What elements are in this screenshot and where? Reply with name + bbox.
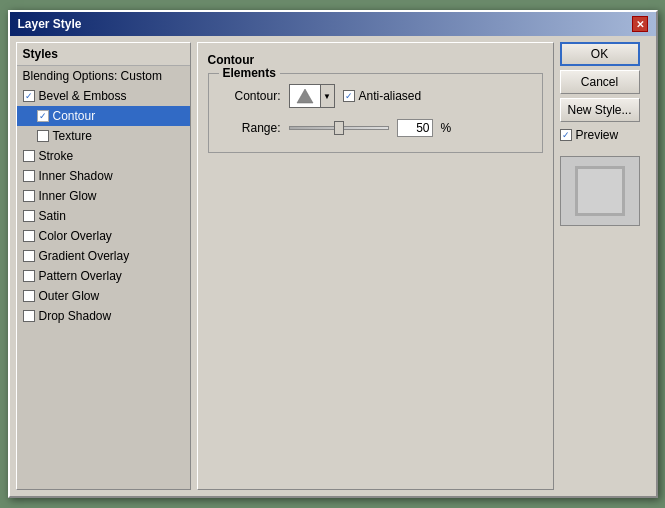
blending-options-label: Blending Options: Custom (23, 69, 162, 83)
preview-label: Preview (576, 128, 619, 142)
range-label: Range: (221, 121, 281, 135)
svg-marker-0 (297, 89, 313, 103)
preview-box (560, 156, 640, 226)
pattern-overlay-label: Pattern Overlay (39, 269, 122, 283)
sidebar-item-contour[interactable]: Contour (17, 106, 190, 126)
title-bar: Layer Style ✕ (10, 12, 656, 36)
contour-picker: ▼ (289, 84, 335, 108)
preview-row: Preview (560, 128, 650, 142)
contour-field-label: Contour: (221, 89, 281, 103)
texture-checkbox[interactable] (37, 130, 49, 142)
satin-checkbox[interactable] (23, 210, 35, 222)
left-panel: Styles Blending Options: Custom Bevel & … (16, 42, 191, 490)
bevel-emboss-label: Bevel & Emboss (39, 89, 127, 103)
percent-sign: % (441, 121, 452, 135)
contour-row: Contour: ▼ Anti-aliased (221, 84, 530, 108)
inner-glow-checkbox[interactable] (23, 190, 35, 202)
color-overlay-checkbox[interactable] (23, 230, 35, 242)
gradient-overlay-checkbox[interactable] (23, 250, 35, 262)
sidebar-item-blending-options[interactable]: Blending Options: Custom (17, 66, 190, 86)
ok-button[interactable]: OK (560, 42, 640, 66)
bevel-emboss-checkbox[interactable] (23, 90, 35, 102)
gradient-overlay-label: Gradient Overlay (39, 249, 130, 263)
dialog-title: Layer Style (18, 17, 82, 31)
range-track (289, 126, 389, 130)
stroke-checkbox[interactable] (23, 150, 35, 162)
sidebar-item-satin[interactable]: Satin (17, 206, 190, 226)
sidebar-item-stroke[interactable]: Stroke (17, 146, 190, 166)
sidebar-item-texture[interactable]: Texture (17, 126, 190, 146)
close-button[interactable]: ✕ (632, 16, 648, 32)
inner-shadow-checkbox[interactable] (23, 170, 35, 182)
preview-icon (575, 166, 625, 216)
pattern-overlay-checkbox[interactable] (23, 270, 35, 282)
cancel-button[interactable]: Cancel (560, 70, 640, 94)
anti-aliased-checkbox[interactable] (343, 90, 355, 102)
outer-glow-checkbox[interactable] (23, 290, 35, 302)
contour-thumbnail[interactable] (289, 84, 321, 108)
color-overlay-label: Color Overlay (39, 229, 112, 243)
preview-checkbox[interactable] (560, 129, 572, 141)
styles-header: Styles (17, 43, 190, 66)
sidebar-item-inner-glow[interactable]: Inner Glow (17, 186, 190, 206)
sidebar-item-inner-shadow[interactable]: Inner Shadow (17, 166, 190, 186)
group-box-label: Elements (219, 66, 280, 80)
sidebar-item-color-overlay[interactable]: Color Overlay (17, 226, 190, 246)
elements-group: Elements Contour: ▼ Anti-ali (208, 73, 543, 153)
range-value-input[interactable] (397, 119, 433, 137)
sidebar-item-drop-shadow[interactable]: Drop Shadow (17, 306, 190, 326)
outer-glow-label: Outer Glow (39, 289, 100, 303)
new-style-button[interactable]: New Style... (560, 98, 640, 122)
range-slider[interactable] (289, 118, 389, 138)
sidebar-item-pattern-overlay[interactable]: Pattern Overlay (17, 266, 190, 286)
anti-aliased-row: Anti-aliased (343, 89, 422, 103)
dialog-body: Styles Blending Options: Custom Bevel & … (10, 36, 656, 496)
inner-shadow-label: Inner Shadow (39, 169, 113, 183)
layer-style-dialog: Layer Style ✕ Styles Blending Options: C… (8, 10, 658, 498)
sidebar-item-outer-glow[interactable]: Outer Glow (17, 286, 190, 306)
center-panel: Contour Elements Contour: ▼ (197, 42, 554, 490)
contour-curve-icon (293, 87, 317, 105)
contour-label: Contour (53, 109, 96, 123)
stroke-label: Stroke (39, 149, 74, 163)
range-row: Range: % (221, 118, 530, 138)
right-panel: OK Cancel New Style... Preview (560, 42, 650, 490)
anti-aliased-label: Anti-aliased (359, 89, 422, 103)
drop-shadow-label: Drop Shadow (39, 309, 112, 323)
inner-glow-label: Inner Glow (39, 189, 97, 203)
section-title: Contour (208, 53, 543, 67)
sidebar-item-gradient-overlay[interactable]: Gradient Overlay (17, 246, 190, 266)
contour-checkbox[interactable] (37, 110, 49, 122)
contour-dropdown-button[interactable]: ▼ (321, 84, 335, 108)
range-thumb[interactable] (334, 121, 344, 135)
texture-label: Texture (53, 129, 92, 143)
sidebar-item-bevel-emboss[interactable]: Bevel & Emboss (17, 86, 190, 106)
satin-label: Satin (39, 209, 66, 223)
drop-shadow-checkbox[interactable] (23, 310, 35, 322)
